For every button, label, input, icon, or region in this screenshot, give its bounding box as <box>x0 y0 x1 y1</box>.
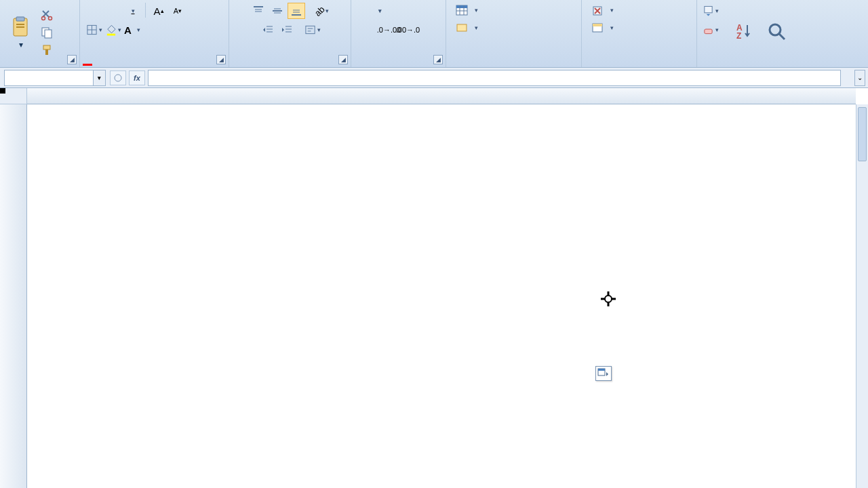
cut-icon <box>41 9 53 21</box>
svg-rect-38 <box>593 24 602 26</box>
delete-button[interactable]: ▾ <box>587 3 618 18</box>
font-color-icon: A <box>124 24 132 36</box>
svg-text:Z: Z <box>736 31 741 41</box>
group-label-alignment <box>232 64 348 67</box>
svg-point-5 <box>49 17 52 20</box>
wrap-icon <box>304 24 316 36</box>
bold-button[interactable] <box>85 3 103 19</box>
group-label-styles <box>449 64 578 67</box>
wrap-text-button[interactable]: ▾ <box>304 22 321 38</box>
svg-rect-8 <box>43 45 50 49</box>
sort-filter-icon: AZ <box>734 21 755 43</box>
cellstyles-icon <box>456 22 468 34</box>
align-middle-icon <box>271 5 283 17</box>
shrink-font-button[interactable]: A▾ <box>169 3 186 19</box>
expand-formula-button[interactable]: ⌄ <box>854 70 865 86</box>
svg-line-44 <box>779 34 785 39</box>
fill-color-button[interactable]: ▾ <box>104 22 122 38</box>
group-label-number <box>354 64 443 67</box>
orientation-icon: ab <box>313 4 327 18</box>
vertical-scrollbar[interactable] <box>856 104 868 488</box>
svg-point-45 <box>115 75 121 81</box>
clear-button[interactable]: ▾ <box>702 22 719 38</box>
find-icon <box>766 21 788 43</box>
group-label-clipboard <box>3 64 77 67</box>
fill-handle[interactable] <box>0 88 5 94</box>
fill-down-icon <box>703 5 714 17</box>
formula-bar: ▾ fx ⌄ <box>0 68 868 88</box>
increase-decimal-button[interactable]: .0→.00 <box>380 22 398 38</box>
svg-rect-9 <box>45 49 48 55</box>
svg-rect-1 <box>16 17 24 21</box>
svg-rect-39 <box>705 6 712 12</box>
bucket-icon <box>105 24 117 36</box>
decrease-indent-button[interactable] <box>259 22 277 38</box>
ribbon: ▾ ◢ ▾ A▴ A▾ ▾ ▾ A▾ <box>0 0 868 68</box>
underline-button[interactable]: ▾ <box>123 3 141 19</box>
increase-indent-button[interactable] <box>278 22 296 38</box>
borders-icon <box>86 24 98 36</box>
svg-rect-52 <box>598 369 605 371</box>
eraser-icon <box>703 24 714 36</box>
decrease-decimal-button[interactable]: .00→.0 <box>399 22 417 38</box>
alignment-launcher[interactable]: ◢ <box>338 55 348 64</box>
align-top-button[interactable] <box>250 3 267 19</box>
number-launcher[interactable]: ◢ <box>433 55 443 64</box>
name-box-dropdown[interactable]: ▾ <box>93 70 105 85</box>
svg-rect-3 <box>16 26 24 28</box>
group-cells: ▾ ▾ <box>582 0 697 67</box>
group-alignment: ab▾ ▾ ◢ <box>229 0 351 67</box>
borders-button[interactable]: ▾ <box>85 22 103 38</box>
align-bottom-icon <box>290 5 302 17</box>
autosum-dropdown[interactable]: ▾ <box>702 3 719 19</box>
autofill-options-button[interactable] <box>595 366 612 381</box>
font-launcher[interactable]: ◢ <box>216 55 226 64</box>
format-as-table-button[interactable]: ▾ <box>452 3 482 18</box>
percent-button[interactable] <box>390 3 408 19</box>
italic-button[interactable] <box>104 3 122 19</box>
name-box[interactable]: ▾ <box>4 70 106 86</box>
align-bottom-button[interactable] <box>288 3 305 19</box>
cancel-icon <box>114 74 122 82</box>
clipboard-launcher[interactable]: ◢ <box>67 55 77 64</box>
sort-filter-button[interactable]: AZ <box>730 20 760 45</box>
indent-left-icon <box>262 24 274 36</box>
delete-icon <box>591 4 604 16</box>
group-styles: ▾ ▾ <box>446 0 582 67</box>
align-middle-button[interactable] <box>269 3 286 19</box>
cancel-formula-button[interactable] <box>110 70 126 85</box>
cell-styles-button[interactable]: ▾ <box>452 20 482 35</box>
svg-point-4 <box>42 17 45 20</box>
cut-button[interactable] <box>38 7 56 23</box>
column-headers[interactable] <box>27 88 856 104</box>
group-font: ▾ A▴ A▾ ▾ ▾ A▾ ◢ <box>80 0 229 67</box>
paste-button[interactable]: ▾ <box>5 14 35 51</box>
group-fill: ▾ ▾ <box>697 0 724 67</box>
copy-button[interactable] <box>38 24 56 41</box>
font-color-button[interactable]: A▾ <box>123 22 141 38</box>
insert-function-button[interactable]: fx <box>129 70 145 85</box>
autofill-icon <box>597 368 610 379</box>
formula-input[interactable] <box>148 70 841 86</box>
svg-rect-2 <box>16 24 24 25</box>
svg-rect-13 <box>107 34 115 36</box>
comma-button[interactable] <box>409 3 427 19</box>
worksheet <box>0 88 868 488</box>
svg-rect-31 <box>456 5 467 8</box>
format-button[interactable]: ▾ <box>587 20 618 35</box>
group-label-cells <box>585 64 694 67</box>
grow-font-button[interactable]: A▴ <box>150 3 167 19</box>
group-clipboard: ▾ ◢ <box>0 0 80 67</box>
currency-button[interactable]: ▾ <box>371 3 389 19</box>
orientation-button[interactable]: ab▾ <box>313 3 331 19</box>
svg-point-43 <box>770 24 781 35</box>
svg-rect-7 <box>45 30 52 38</box>
row-headers[interactable] <box>0 104 27 488</box>
group-label-font <box>83 64 226 67</box>
scrollbar-thumb[interactable] <box>858 107 867 161</box>
find-select-button[interactable] <box>762 20 792 45</box>
svg-rect-40 <box>705 29 712 34</box>
format-painter-button[interactable] <box>38 42 56 58</box>
group-label-editing <box>727 64 865 67</box>
cells-grid[interactable] <box>27 104 856 488</box>
